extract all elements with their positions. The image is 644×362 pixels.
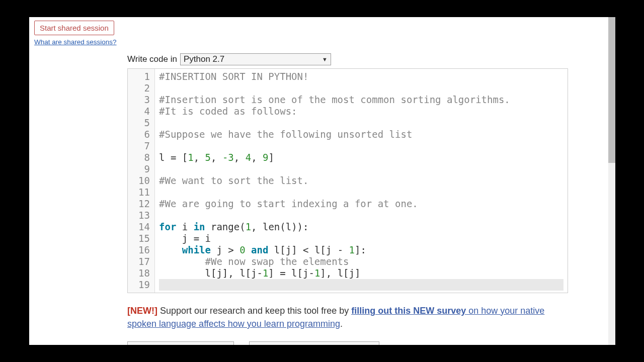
start-shared-session-button[interactable]: Start shared session [34, 21, 114, 35]
line-number: 5 [130, 117, 150, 129]
promo-suffix: . [340, 319, 343, 329]
line-number: 8 [130, 152, 150, 163]
line-number: 11 [130, 187, 150, 198]
code-line[interactable] [159, 187, 564, 198]
line-number: 16 [130, 244, 150, 256]
line-number-gutter: 12345678910111213141516171819 [128, 69, 155, 293]
code-line[interactable] [159, 82, 564, 94]
line-number: 14 [130, 221, 150, 233]
code-editor[interactable]: 12345678910111213141516171819 #INSERTION… [127, 68, 568, 293]
code-line[interactable] [159, 210, 564, 221]
language-row: Write code in Python 2.7 ▼ [127, 53, 615, 65]
new-label: [NEW!] [127, 306, 157, 316]
code-line[interactable]: #We want to sort the list. [159, 175, 564, 187]
line-number: 18 [130, 267, 150, 279]
visualize-execution-button[interactable]: Visualize Execution [127, 341, 234, 345]
top-area: Start shared session What are shared ses… [29, 17, 615, 48]
line-number: 4 [130, 106, 150, 117]
live-programming-mode-button[interactable]: Live Programming Mode [249, 341, 379, 345]
code-line[interactable]: #Suppose we have the following unsorted … [159, 129, 564, 140]
code-line[interactable]: j = i [159, 233, 564, 244]
promo-block: [NEW!] Support our research and keep thi… [127, 304, 568, 330]
line-number: 9 [130, 163, 150, 175]
line-number: 17 [130, 256, 150, 267]
app-window: Start shared session What are shared ses… [29, 17, 615, 345]
code-line[interactable]: #It is coded as follows: [159, 106, 564, 117]
line-number: 7 [130, 140, 150, 152]
code-line[interactable] [159, 117, 564, 129]
code-textarea[interactable]: #INSERTION SORT IN PYTHON!#Insertion sor… [155, 69, 568, 293]
code-line[interactable] [159, 140, 564, 152]
code-line[interactable]: l = [1, 5, -3, 4, 9] [159, 152, 564, 163]
code-line[interactable]: #Insertion sort is one of the most commo… [159, 94, 564, 106]
language-selected-value: Python 2.7 [184, 54, 224, 64]
chevron-down-icon: ▼ [322, 56, 328, 62]
code-line[interactable] [159, 163, 564, 175]
line-number: 15 [130, 233, 150, 244]
line-number: 2 [130, 82, 150, 94]
line-number: 1 [130, 71, 150, 82]
line-number: 10 [130, 175, 150, 187]
write-code-label: Write code in [127, 54, 177, 64]
what-are-shared-sessions-link[interactable]: What are shared sessions? [34, 38, 117, 46]
line-number: 3 [130, 94, 150, 106]
line-number: 19 [130, 279, 150, 291]
line-number: 6 [130, 129, 150, 140]
promo-prefix: Support our research and keep this tool … [157, 306, 351, 316]
survey-link[interactable]: filling out this NEW survey [351, 306, 466, 316]
code-line[interactable]: #We are going to start indexing a for at… [159, 198, 564, 210]
code-line[interactable] [159, 279, 564, 291]
code-line[interactable]: #INSERTION SORT IN PYTHON! [159, 71, 564, 82]
action-buttons: Visualize Execution Live Programming Mod… [127, 341, 615, 345]
line-number: 12 [130, 198, 150, 210]
code-line[interactable]: l[j], l[j-1] = l[j-1], l[j] [159, 267, 564, 279]
code-line[interactable]: for i in range(1, len(l)): [159, 221, 564, 233]
code-line[interactable]: while j > 0 and l[j] < l[j - 1]: [159, 244, 564, 256]
line-number: 13 [130, 210, 150, 221]
language-select[interactable]: Python 2.7 ▼ [180, 53, 331, 65]
scrollbar-track[interactable] [608, 17, 615, 345]
scrollbar-thumb[interactable] [608, 17, 615, 163]
code-line[interactable]: #We now swap the elements [159, 256, 564, 267]
